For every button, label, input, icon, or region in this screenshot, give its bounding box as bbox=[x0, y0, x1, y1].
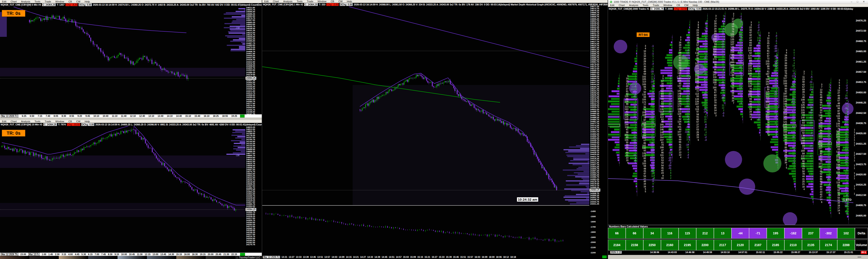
photo-fragment bbox=[206, 256, 235, 259]
menu-item-cb[interactable]: CB bbox=[677, 4, 680, 6]
time-label: 10:40 bbox=[103, 115, 108, 117]
price-label: 24457.50 bbox=[856, 71, 866, 73]
time-label: 19:25 bbox=[231, 115, 237, 117]
time-label: 15:15 bbox=[417, 256, 423, 258]
time-label: 15:10 bbox=[185, 115, 191, 117]
time-label: 13:10 bbox=[149, 115, 154, 117]
menu-item-cb[interactable]: CB bbox=[68, 120, 72, 123]
time-label: 14:03 bbox=[332, 256, 338, 258]
time-label: 15:21 bbox=[425, 256, 430, 258]
table-cell: 2135 bbox=[802, 239, 819, 251]
right-price-scale[interactable]: 24476.2524472.5024468.7524465.0024461.25… bbox=[855, 10, 868, 225]
time-label: 13:51 bbox=[317, 256, 323, 258]
date-label: Mar 13 2026 Fri bbox=[263, 256, 280, 258]
bottom-left-chart-canvas[interactable] bbox=[0, 126, 245, 253]
menu-item-window[interactable]: Window bbox=[318, 0, 327, 3]
maximize-button[interactable]: □ bbox=[857, 0, 858, 3]
price-label: 24567.50 bbox=[246, 19, 255, 21]
table-cell: -162 bbox=[784, 228, 802, 239]
menu-item-tools[interactable]: Tools bbox=[35, 0, 40, 3]
table-cell: 2110 bbox=[784, 239, 802, 251]
time-label: 15:27 bbox=[432, 256, 437, 258]
time-label: 14:33 bbox=[367, 256, 373, 258]
ohlc-info: 2026-03-13 16:14:59 H: 24374.50 L: 24360… bbox=[93, 3, 262, 6]
menu-item-help[interactable]: Help bbox=[85, 120, 90, 123]
menu-item-trade[interactable]: Trade bbox=[307, 0, 313, 3]
time-label: 18:55 bbox=[222, 115, 228, 117]
menu-item-chart[interactable]: Chart bbox=[11, 120, 17, 123]
time-label: 13:21 bbox=[281, 256, 287, 258]
menu-item-cw[interactable]: CW bbox=[684, 4, 688, 6]
download-bar[interactable]: ↓ TopstepTrader LLC bbox=[235, 256, 262, 259]
right-window-titlebar[interactable]: 1000 TRADE FI NQH26_FUT_CME[M] 2000 Trad… bbox=[608, 0, 868, 4]
depth-scale-label: -2200 bbox=[590, 252, 596, 254]
menu-item-help[interactable]: Help bbox=[347, 0, 352, 3]
menu-item-trade[interactable]: Trade bbox=[45, 0, 51, 3]
time-label: 2:30 bbox=[55, 253, 59, 256]
scrollbar-strip[interactable] bbox=[0, 118, 262, 120]
menu-item-edit[interactable]: Edit bbox=[264, 0, 269, 3]
time-label: 13:33 bbox=[296, 256, 302, 258]
menu-item-trade[interactable]: Trade bbox=[653, 4, 659, 6]
right-time-axis: 2026-3-1314:38:0614:43:0314:46:5814:49:5… bbox=[608, 251, 868, 255]
close-value: C: 24364.25 bbox=[42, 3, 56, 6]
menu-item-analysis[interactable]: Analysis bbox=[21, 120, 30, 123]
menu-item-cw[interactable]: CW bbox=[76, 120, 80, 123]
price-label: 24416.25 bbox=[856, 184, 866, 186]
middle-subgraph-canvas[interactable] bbox=[262, 206, 589, 254]
dchg-value: DChg: 0.00 bbox=[340, 3, 352, 6]
menu-item-tools[interactable]: Tools bbox=[297, 0, 303, 3]
time-label: 8:05 bbox=[54, 115, 58, 117]
menu-item-cw[interactable]: CW bbox=[338, 0, 342, 3]
numbers-bars-canvas[interactable] bbox=[608, 10, 855, 225]
menu-item-analysis[interactable]: Analysis bbox=[283, 0, 292, 3]
time-label: 1:00 bbox=[42, 253, 46, 256]
depth-scale-label: -1600 bbox=[590, 221, 596, 223]
time-label: 14:57:51 bbox=[738, 251, 747, 254]
menu-item-help[interactable]: Help bbox=[693, 4, 698, 6]
menu-item-window[interactable]: Window bbox=[55, 120, 64, 123]
close-value: C: 24381.75 bbox=[650, 7, 664, 10]
menu-item-analysis[interactable]: Analysis bbox=[21, 0, 30, 3]
top-left-chart-header: NQH26_FUT_CME [CBV][M] 5 Min #4 C: 24364… bbox=[0, 3, 262, 6]
table-cell: 2158 bbox=[626, 239, 643, 251]
middle-price-scale[interactable]: 24677.2524673.7524670.2524666.7524663.25… bbox=[589, 6, 608, 254]
menu-item-edit[interactable]: Edit bbox=[2, 120, 6, 123]
numbers-table-title: Numbers Bars Calculated Values bbox=[608, 225, 868, 228]
bottom-left-price-scale[interactable]: 24823.2524812.0024800.7524789.5024778.25… bbox=[245, 126, 262, 253]
middle-chart-canvas[interactable] bbox=[262, 6, 589, 205]
price-label: 24466.00 bbox=[246, 48, 255, 50]
bottom-strip bbox=[608, 255, 868, 259]
menu-item-window[interactable]: Window bbox=[663, 4, 672, 6]
middle-time-axis: Mar 13 2026 Fri13:2113:2713:3313:3913:45… bbox=[262, 255, 608, 259]
table-cell: 13 bbox=[714, 228, 732, 239]
menu-item-help[interactable]: Help bbox=[85, 0, 90, 3]
middle-menubar: EditChartAnalysisToolsTradeWindowCBCWHel… bbox=[262, 0, 608, 3]
menu-item-tools[interactable]: Tools bbox=[643, 4, 649, 6]
minimize-button[interactable]: – bbox=[851, 0, 852, 3]
top-left-chart-canvas[interactable] bbox=[0, 6, 245, 115]
menu-item-edit[interactable]: Edit bbox=[610, 4, 614, 6]
menu-item-cb[interactable]: CB bbox=[331, 0, 334, 3]
time-label: 20:00 bbox=[208, 253, 214, 256]
top-left-price-scale[interactable]: 24611.0024603.7524596.5024589.2524582.00… bbox=[245, 6, 262, 115]
menu-item-trade[interactable]: Trade bbox=[45, 120, 51, 123]
menu-item-cw[interactable]: CW bbox=[76, 0, 80, 3]
time-label: 15:45 bbox=[453, 256, 459, 258]
menu-item-edit[interactable]: Edit bbox=[2, 0, 6, 3]
menu-item-tools[interactable]: Tools bbox=[35, 120, 40, 123]
menu-item-analysis[interactable]: Analysis bbox=[629, 4, 638, 6]
dchg-value: DChg: 0.00 bbox=[79, 3, 92, 6]
menu-item-cb[interactable]: CB bbox=[68, 0, 72, 3]
menu-item-window[interactable]: Window bbox=[55, 0, 64, 3]
table-cell: 2250 bbox=[643, 239, 661, 251]
resize-handle[interactable] bbox=[858, 257, 861, 257]
menu-item-chart[interactable]: Chart bbox=[11, 0, 17, 3]
level-1m-label: -1M bbox=[236, 154, 239, 157]
menu-item-chart[interactable]: Chart bbox=[619, 4, 625, 6]
menu-item-chart[interactable]: Chart bbox=[273, 0, 279, 3]
price-label: 24465.00 bbox=[856, 50, 866, 53]
depth-scale-label: -1400 bbox=[590, 210, 596, 212]
close-button[interactable]: ✕ bbox=[863, 0, 865, 3]
time-label: 4:45 bbox=[75, 253, 79, 256]
